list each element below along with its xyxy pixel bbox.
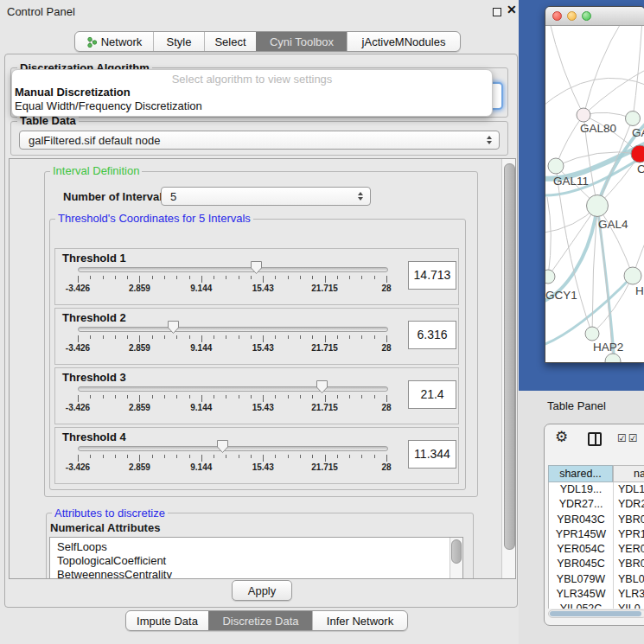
tick-mark — [189, 395, 190, 399]
zoom-button[interactable] — [582, 11, 591, 21]
threshold-slider-thumb[interactable] — [167, 320, 180, 338]
tick-mark — [275, 395, 276, 399]
settings-vertical-scrollbar[interactable] — [501, 159, 516, 578]
bottom-tab-impute-data[interactable]: Impute Data — [126, 611, 208, 630]
tick-mark — [300, 455, 301, 458]
number-of-intervals-combobox[interactable]: 5 — [161, 187, 371, 206]
split-columns-icon[interactable] — [588, 432, 602, 446]
table-horizontal-scrollbar[interactable] — [548, 609, 644, 618]
table-row[interactable]: YBR045CYBR0 — [549, 557, 644, 571]
table-row[interactable]: YBR043CYBR0 — [549, 513, 644, 527]
threshold-slider-thumb[interactable] — [316, 379, 328, 398]
threshold-slider-track[interactable] — [78, 446, 388, 451]
network-node[interactable] — [605, 354, 621, 362]
menu-item-equal-width-frequency[interactable]: Equal Width/Frequency Discretization — [14, 99, 490, 112]
tick-label: 28 — [364, 462, 409, 472]
tick-mark — [164, 276, 165, 279]
tick-mark — [361, 395, 362, 399]
network-node-ga[interactable] — [626, 112, 641, 126]
threshold-value-field[interactable]: 21.4 — [408, 380, 456, 409]
table-row[interactable]: YIL052CYIL0 — [549, 602, 644, 609]
threshold-value-field[interactable]: 14.713 — [408, 261, 456, 290]
tick-mark — [152, 276, 153, 279]
network-canvas[interactable]: GAL80GACGAL11GAL4GCY1HHAP2 — [545, 26, 644, 362]
table-cell: YBR0 — [614, 557, 644, 571]
threshold-label: Threshold 3 — [62, 371, 126, 384]
tick-mark — [103, 276, 104, 279]
gear-icon[interactable]: ⚙ — [555, 428, 568, 446]
network-window-titlebar[interactable] — [545, 7, 644, 26]
table-row[interactable]: YPR145WYPR1 — [549, 527, 644, 542]
threshold-slider-track[interactable] — [78, 386, 388, 392]
tick-mark — [90, 455, 91, 458]
close-icon[interactable]: ✕ — [507, 3, 517, 16]
network-node-gal4[interactable] — [587, 195, 609, 217]
tick-mark — [78, 335, 79, 342]
tab-select[interactable]: Select — [204, 32, 256, 51]
column-header-shared[interactable]: shared... — [548, 465, 613, 482]
menu-item-manual-discretization[interactable]: Manual Discretization — [14, 86, 490, 99]
tab-cyni-toolbox[interactable]: Cyni Toolbox — [256, 32, 347, 51]
threshold-slider-track[interactable] — [78, 267, 388, 272]
tab-network[interactable]: Network — [75, 32, 153, 51]
bottom-tab-discretize-data[interactable]: Discretize Data — [208, 611, 312, 630]
network-node-h[interactable] — [624, 267, 641, 284]
tick-mark — [214, 395, 214, 399]
list-item-betweennesscentrality[interactable]: BetweennessCentrality — [50, 568, 462, 579]
threshold-slider-track[interactable] — [78, 327, 388, 332]
minimize-button[interactable] — [567, 11, 577, 21]
table-cell: YDR2 — [614, 497, 644, 512]
tick-mark — [139, 395, 140, 402]
tick-mark — [90, 276, 91, 279]
threshold-slider-thumb[interactable] — [216, 439, 229, 457]
float-window-icon[interactable] — [493, 8, 501, 16]
table-row[interactable]: YDL19...YDL1 — [549, 482, 644, 497]
tick-mark — [361, 335, 362, 339]
tick-mark — [288, 335, 289, 339]
tick-mark — [139, 335, 140, 342]
node-label: GCY1 — [545, 289, 577, 302]
tick-mark — [251, 395, 252, 399]
threshold-slider-thumb[interactable] — [250, 260, 263, 278]
tick-mark — [374, 276, 375, 279]
list-item-topologicalcoefficient[interactable]: TopologicalCoefficient — [50, 554, 462, 568]
network-node-hap2[interactable] — [585, 327, 599, 341]
network-node-gal11[interactable] — [548, 158, 564, 174]
checkbox-icons[interactable]: ☑☑ — [617, 432, 640, 444]
tick-mark — [103, 455, 104, 458]
combo-arrows-icon — [487, 136, 492, 144]
tick-label: 9.144 — [179, 462, 224, 472]
network-node-gcy1[interactable] — [545, 270, 555, 284]
threshold-value-field[interactable]: 11.344 — [408, 440, 456, 469]
numerical-attributes-list: SelfLoopsTopologicalCoefficientBetweenne… — [49, 537, 463, 579]
table-data-combobox[interactable]: galFiltered.sif default node — [19, 131, 500, 150]
tick-mark — [337, 335, 338, 339]
tick-label: 21.715 — [303, 403, 348, 412]
table-cell: YIL0 — [614, 602, 641, 609]
tab-style[interactable]: Style — [153, 32, 204, 51]
table-row[interactable]: YER054CYER0 — [549, 542, 644, 557]
apply-button[interactable]: Apply — [232, 580, 292, 601]
threshold-value-field[interactable]: 6.316 — [408, 321, 456, 349]
tick-label: 28 — [364, 403, 409, 412]
network-node-c[interactable] — [631, 145, 644, 163]
network-node-gal80[interactable] — [577, 108, 590, 122]
column-header-name[interactable]: na — [613, 465, 644, 482]
threshold-label: Threshold 1 — [62, 252, 126, 265]
close-button[interactable] — [552, 11, 562, 21]
attributes-list-scrollbar[interactable] — [450, 538, 462, 579]
tick-mark — [300, 395, 301, 399]
tick-mark — [139, 276, 140, 283]
list-item-selfloops[interactable]: SelfLoops — [50, 540, 462, 554]
node-label: GAL80 — [580, 122, 616, 135]
tab-jactivemnodules[interactable]: jActiveMNodules — [347, 32, 460, 51]
table-row[interactable]: YBL079WYBL0 — [549, 572, 644, 587]
bottom-tab-infer-network[interactable]: Infer Network — [312, 611, 407, 630]
table-row[interactable]: YLR345WYLR3 — [549, 587, 644, 602]
table-row[interactable]: YDR27...YDR2 — [549, 497, 644, 512]
tick-mark — [275, 335, 276, 339]
tick-mark — [386, 455, 387, 462]
node-label: C — [637, 163, 644, 175]
tick-mark — [374, 455, 375, 458]
tick-mark — [152, 455, 153, 458]
